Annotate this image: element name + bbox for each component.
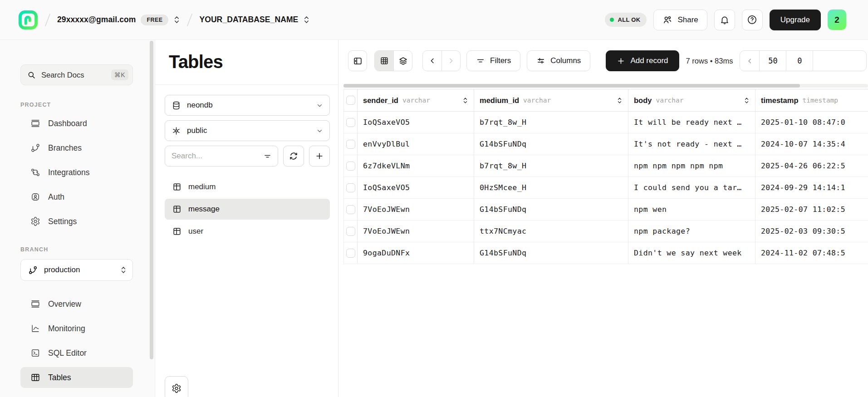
sort-icon[interactable] — [462, 97, 468, 104]
share-label: Share — [677, 15, 698, 25]
scrollbar-thumb[interactable] — [343, 84, 800, 88]
sidebar-item-sql-editor[interactable]: SQL Editor — [20, 341, 133, 365]
column-header-timestamp[interactable]: timestamptimestamp — [755, 89, 868, 112]
cell-medium-id[interactable]: b7rqt_8w_H — [474, 112, 628, 133]
neon-logo[interactable] — [18, 10, 38, 30]
horizontal-scrollbar[interactable] — [343, 84, 868, 88]
back-button[interactable] — [423, 51, 441, 71]
cell-medium-id[interactable]: b7rqt_8w_H — [474, 155, 628, 177]
table-list-item-user[interactable]: user — [165, 221, 330, 242]
cell-sender-id[interactable]: IoQSaxeVO5 — [358, 112, 474, 133]
row-checkbox[interactable] — [346, 205, 355, 214]
cell-medium-id[interactable]: G14bSFuNDq — [474, 242, 628, 264]
cell-timestamp[interactable]: 2024-10-07 14:35:4 — [755, 133, 868, 155]
account-selector[interactable]: 29xxxxx@gmail.com FREE — [57, 15, 180, 25]
database-select[interactable]: neondb — [165, 95, 330, 116]
upgrade-button[interactable]: Upgrade — [770, 10, 821, 30]
row-checkbox[interactable] — [346, 183, 355, 192]
cell-body[interactable]: npm npm npm npm npm — [628, 155, 755, 177]
cell-sender-id[interactable]: IoQSaxeVO5 — [358, 177, 474, 199]
cell-medium-id[interactable]: 0HzSMcee_H — [474, 177, 628, 199]
cell-body[interactable]: It will be ready next … — [628, 112, 755, 133]
sidebar-item-auth[interactable]: Auth — [20, 185, 133, 209]
page-size-input[interactable] — [760, 56, 786, 65]
forward-button[interactable] — [441, 51, 460, 71]
sidebar-item-settings[interactable]: Settings — [20, 209, 133, 234]
branch-selector[interactable]: production — [20, 259, 133, 281]
cell-sender-id[interactable]: 6z7dkeVLNm — [358, 155, 474, 177]
add-record-button[interactable]: Add record — [606, 50, 679, 71]
sidebar-scrollbar[interactable] — [150, 41, 153, 359]
table-toolbar: Filters Columns Add record 7 rows • 83ms — [348, 50, 868, 71]
sidebar-item-branches[interactable]: Branches — [20, 136, 133, 160]
cell-sender-id[interactable]: 7VoEoJWEwn — [358, 221, 474, 242]
cell-body[interactable]: npm package? — [628, 221, 755, 242]
chart-icon — [30, 323, 40, 333]
sidebar-item-label: Tables — [48, 373, 71, 382]
cell-sender-id[interactable]: enVvyDlBul — [358, 133, 474, 155]
cell-body[interactable]: I could send you a tar… — [628, 177, 755, 199]
row-checkbox[interactable] — [346, 118, 355, 127]
grid-view-button[interactable] — [375, 51, 393, 71]
status-badge[interactable]: ALL OK — [605, 13, 647, 27]
schema-select[interactable]: public — [165, 120, 330, 141]
cell-sender-id[interactable]: 9ogaDuDNFx — [358, 242, 474, 264]
cell-body[interactable]: Didn't we say next week — [628, 242, 755, 264]
notifications-button[interactable] — [714, 10, 735, 30]
gear-icon — [30, 216, 40, 226]
sort-icon[interactable] — [617, 97, 623, 104]
sidebar-item-overview[interactable]: Overview — [20, 292, 133, 316]
row-checkbox[interactable] — [346, 140, 355, 149]
cell-medium-id[interactable]: ttx7NCmyac — [474, 221, 628, 242]
sort-icon[interactable] — [744, 97, 750, 104]
collapse-panel-button[interactable] — [348, 50, 367, 71]
table-list-item-medium[interactable]: medium — [165, 176, 330, 197]
cell-timestamp[interactable]: 2025-02-07 11:02:5 — [755, 199, 868, 221]
columns-button[interactable]: Columns — [527, 50, 590, 71]
sidebar-item-dashboard[interactable]: Dashboard — [20, 111, 133, 136]
cell-body[interactable]: It's not ready - next … — [628, 133, 755, 155]
row-checkbox[interactable] — [346, 249, 355, 258]
status-text: ALL OK — [618, 16, 640, 23]
page-offset-input[interactable] — [786, 56, 813, 65]
search-docs-button[interactable]: Search Docs ⌘K — [20, 64, 133, 85]
sidebar-item-integrations[interactable]: Integrations — [20, 160, 133, 185]
filters-button[interactable]: Filters — [466, 50, 520, 71]
sidebar-item-monitoring[interactable]: Monitoring — [20, 316, 133, 341]
cell-timestamp[interactable]: 2025-01-10 08:47:0 — [755, 112, 868, 133]
cell-timestamp[interactable]: 2024-11-02 07:48:5 — [755, 242, 868, 264]
notification-count-badge[interactable]: 2 — [828, 10, 846, 30]
gear-icon — [172, 383, 181, 393]
share-button[interactable]: Share — [653, 10, 707, 30]
cell-timestamp[interactable]: 2025-04-26 06:22:5 — [755, 155, 868, 177]
schema-select-value: public — [187, 126, 207, 135]
page-prev-button[interactable] — [740, 51, 759, 71]
cell-body[interactable]: npm wen — [628, 199, 755, 221]
cell-timestamp[interactable]: 2025-02-03 09:30:5 — [755, 221, 868, 242]
column-header-sender-id[interactable]: sender_idvarchar — [358, 89, 474, 112]
layers-view-button[interactable] — [393, 51, 412, 71]
chevron-up-down-icon — [303, 15, 310, 24]
add-table-button[interactable] — [309, 146, 330, 167]
filter-icon[interactable] — [263, 152, 272, 161]
cell-timestamp[interactable]: 2024-09-29 14:14:1 — [755, 177, 868, 199]
column-header-body[interactable]: bodyvarchar — [628, 89, 755, 112]
select-all-checkbox[interactable] — [346, 96, 355, 105]
cell-sender-id[interactable]: 7VoEoJWEwn — [358, 199, 474, 221]
page-next-cell[interactable] — [813, 51, 866, 71]
table-search-input[interactable] — [167, 152, 263, 161]
cell-medium-id[interactable]: G14bSFuNDq — [474, 199, 628, 221]
tables-panel: Tables neondb public — [155, 40, 338, 397]
help-button[interactable] — [742, 10, 763, 30]
breadcrumb: 29xxxxx@gmail.com FREE YOUR_DATABASE_NAM… — [18, 10, 310, 30]
row-checkbox[interactable] — [346, 162, 355, 171]
search-icon — [27, 71, 36, 79]
sidebar-item-tables[interactable]: Tables — [20, 367, 133, 388]
panel-settings-button[interactable] — [165, 376, 188, 397]
cell-medium-id[interactable]: G14bSFuNDq — [474, 133, 628, 155]
table-list-item-message[interactable]: message — [165, 199, 330, 220]
refresh-button[interactable] — [283, 146, 304, 167]
database-name-selector[interactable]: YOUR_DATABASE_NAME — [199, 15, 310, 25]
column-header-medium-id[interactable]: medium_idvarchar — [474, 89, 628, 112]
row-checkbox[interactable] — [346, 227, 355, 236]
